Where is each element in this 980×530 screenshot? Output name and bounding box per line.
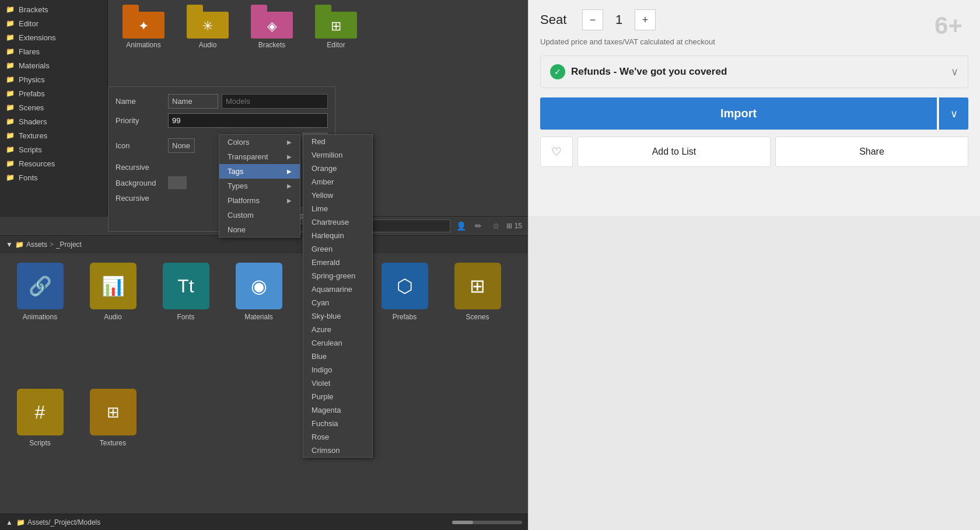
recursive2-label: Recursive [116, 194, 168, 203]
rating-badge: 6+ [935, 12, 963, 40]
color-vermilion[interactable]: Vermilion [303, 148, 372, 162]
asset-materials[interactable]: ◉ Materials [228, 263, 289, 377]
color-sky-blue[interactable]: Sky-blue [303, 309, 372, 323]
sidebar-label: Scripts [19, 145, 42, 154]
folder-icon: 📁 [5, 158, 15, 169]
color-yellow[interactable]: Yellow [303, 189, 372, 202]
sidebar-item-editor[interactable]: 📁 Editor [0, 16, 107, 30]
sidebar-label: Prefabs [19, 89, 45, 98]
sidebar-item-prefabs[interactable]: 📁 Prefabs [0, 86, 107, 100]
folder-animations[interactable]: ✦ Animations [117, 5, 170, 49]
asset-fonts[interactable]: Tt Fonts [155, 263, 216, 377]
color-red[interactable]: Red [303, 135, 372, 148]
color-indigo[interactable]: Indigo [303, 363, 372, 376]
asset-textures[interactable]: ⊞ Textures [82, 389, 144, 503]
breadcrumb-assets[interactable]: Assets [26, 240, 47, 249]
color-cyan[interactable]: Cyan [303, 296, 372, 309]
background-label: Background [116, 179, 168, 187]
asset-audio[interactable]: 📊 Audio [82, 263, 144, 377]
sidebar-item-shaders[interactable]: 📁 Shaders [0, 114, 107, 128]
dropdown-item-transparent[interactable]: Transparent ▶ [219, 149, 300, 164]
quantity-increase-button[interactable]: + [635, 9, 656, 30]
folder-icon: 📁 [5, 4, 15, 15]
color-amber[interactable]: Amber [303, 175, 372, 189]
folder-editor[interactable]: ⊞ Editor [310, 5, 362, 49]
asset-scenes[interactable]: ⊞ Scenes [447, 263, 508, 377]
share-button[interactable]: Share [775, 137, 968, 167]
sidebar-label: Shaders [19, 117, 47, 126]
sidebar-label: Flares [19, 47, 40, 56]
folder-label: Animations [126, 41, 160, 49]
heart-icon: ♡ [551, 145, 562, 159]
color-blue[interactable]: Blue [303, 350, 372, 363]
sidebar-item-scripts[interactable]: 📁 Scripts [0, 142, 107, 156]
color-orange[interactable]: Orange [303, 162, 372, 175]
dropdown-item-none[interactable]: None [219, 222, 300, 237]
quantity-decrease-button[interactable]: − [582, 9, 603, 30]
dropdown-item-colors[interactable]: Colors ▶ [219, 135, 300, 149]
background-color-swatch[interactable] [168, 176, 187, 189]
right-bottom-panel [528, 216, 980, 530]
wishlist-button[interactable]: ♡ [540, 137, 573, 167]
dropdown-item-custom[interactable]: Custom [219, 208, 300, 222]
color-green[interactable]: Green [303, 242, 372, 256]
asset-label: Textures [100, 439, 126, 447]
color-chartreuse[interactable]: Chartreuse [303, 215, 372, 229]
priority-input[interactable] [168, 113, 328, 128]
sidebar-item-physics[interactable]: 📁 Physics [0, 72, 107, 86]
refund-check-icon: ✓ [550, 64, 565, 79]
sidebar-item-resources[interactable]: 📁 Resources [0, 156, 107, 170]
color-lime[interactable]: Lime [303, 202, 372, 215]
color-harlequin[interactable]: Harlequin [303, 229, 372, 242]
sidebar-item-textures[interactable]: 📁 Textures [0, 128, 107, 142]
color-purple[interactable]: Purple [303, 390, 372, 403]
sidebar-item-brackets[interactable]: 📁 Brackets [0, 2, 107, 16]
user-icon[interactable]: 👤 [454, 219, 468, 233]
color-spring-green[interactable]: Spring-green [303, 269, 372, 283]
add-to-list-button[interactable]: Add to List [578, 137, 771, 167]
refund-chevron-icon: ∨ [951, 65, 958, 78]
folder-label: Editor [327, 41, 345, 49]
color-violet[interactable]: Violet [303, 376, 372, 390]
name-select[interactable]: Name [168, 94, 218, 109]
folder-icon: 📁 [5, 102, 15, 113]
dropdown-item-types[interactable]: Types ▶ [219, 179, 300, 193]
asset-prefabs[interactable]: ⬡ Prefabs [374, 263, 435, 377]
asset-scripts[interactable]: # Scripts [9, 389, 71, 503]
sidebar-item-flares[interactable]: 📁 Flares [0, 44, 107, 58]
breadcrumb-up[interactable]: ▼ [6, 240, 13, 249]
import-button[interactable]: Import [540, 97, 937, 130]
color-crimson[interactable]: Crimson [303, 444, 372, 457]
color-emerald[interactable]: Emerald [303, 256, 372, 269]
color-magenta[interactable]: Magenta [303, 403, 372, 417]
prefabs-icon: ⬡ [397, 275, 413, 297]
color-cerulean[interactable]: Cerulean [303, 336, 372, 350]
breadcrumb-project[interactable]: _Project [56, 240, 82, 249]
asset-label: Materials [244, 313, 273, 321]
color-fuchsia[interactable]: Fuchsia [303, 417, 372, 430]
sidebar-item-extensions[interactable]: 📁 Extensions [0, 30, 107, 44]
folder-audio[interactable]: ✳ Audio [181, 5, 234, 49]
color-rose[interactable]: Rose [303, 430, 372, 444]
sidebar-item-materials[interactable]: 📁 Materials [0, 58, 107, 72]
asset-label: Audio [104, 313, 122, 321]
icon-select[interactable]: None [168, 138, 195, 153]
colors-submenu: Red Vermilion Orange Amber Yellow Lime C… [303, 134, 373, 458]
folder-brackets[interactable]: ◈ Brackets [246, 5, 298, 49]
dropdown-item-platforms[interactable]: Platforms ▶ [219, 193, 300, 208]
pencil-icon[interactable]: ✏ [471, 219, 485, 233]
star-icon[interactable]: ☆ [489, 219, 503, 233]
sidebar-item-fonts[interactable]: 📁 Fonts [0, 170, 107, 184]
submenu-arrow-icon: ▶ [287, 197, 292, 204]
sidebar-item-scenes[interactable]: 📁 Scenes [0, 100, 107, 114]
color-aquamarine[interactable]: Aquamarine [303, 283, 372, 296]
color-azure[interactable]: Azure [303, 323, 372, 336]
import-row: Import ∨ [540, 97, 968, 130]
asset-animations[interactable]: 🔗 Animations [9, 263, 71, 377]
refund-section[interactable]: ✓ Refunds - We've got you covered ∨ [540, 55, 968, 88]
name-input[interactable] [222, 94, 328, 109]
import-chevron-button[interactable]: ∨ [939, 97, 968, 130]
asset-label: Animations [23, 313, 57, 321]
dropdown-item-tags[interactable]: Tags ▶ [219, 164, 300, 179]
bottom-breadcrumb-arrow[interactable]: ▲ [6, 518, 13, 526]
